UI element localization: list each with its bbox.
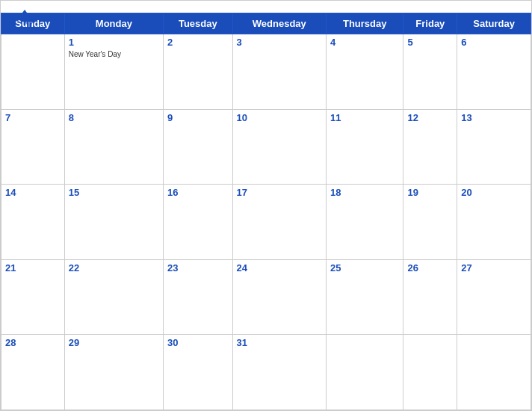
date-number: 31 — [237, 337, 322, 348]
week-row-2: 78910111213 — [1, 109, 531, 185]
date-number: 2 — [167, 37, 229, 48]
day-header-row: SundayMondayTuesdayWednesdayThursdayFrid… — [1, 13, 531, 34]
calendar-cell: 14 — [1, 185, 65, 260]
day-header-tuesday: Tuesday — [164, 13, 233, 34]
calendar-cell: 16 — [164, 185, 233, 260]
calendar-cell: 11 — [327, 109, 403, 185]
calendar-cell: 10 — [232, 109, 326, 185]
calendar-cell: 13 — [457, 109, 531, 185]
date-number: 1 — [69, 37, 159, 48]
date-number: 27 — [461, 262, 527, 274]
date-number: 28 — [5, 337, 61, 348]
date-number: 23 — [167, 262, 229, 274]
calendar-cell: 23 — [164, 259, 233, 335]
calendar-cell: 22 — [64, 259, 163, 335]
date-number: 10 — [237, 112, 322, 123]
calendar-table: SundayMondayTuesdayWednesdayThursdayFrid… — [1, 13, 531, 410]
date-number: 26 — [407, 262, 453, 274]
calendar-cell: 19 — [403, 185, 457, 260]
calendar-cell: 17 — [232, 185, 326, 260]
calendar-cell — [327, 335, 403, 410]
date-number: 19 — [407, 187, 453, 198]
date-number: 8 — [69, 112, 159, 123]
week-row-4: 21222324252627 — [1, 259, 531, 335]
date-number: 30 — [167, 337, 229, 348]
calendar-cell: 1New Year's Day — [64, 34, 163, 110]
calendar-cell: 12 — [403, 109, 457, 185]
calendar-cell: 6 — [457, 34, 531, 110]
calendar-cell: 20 — [457, 185, 531, 260]
date-number: 12 — [407, 112, 453, 123]
date-number: 22 — [69, 262, 159, 274]
calendar-cell: 24 — [232, 259, 326, 335]
date-number: 24 — [237, 262, 322, 274]
week-row-1: 1New Year's Day23456 — [1, 34, 531, 110]
calendar-cell — [1, 34, 65, 110]
date-number: 18 — [330, 187, 399, 198]
calendar-header — [1, 1, 531, 13]
date-number: 9 — [167, 112, 229, 123]
date-number: 13 — [461, 112, 527, 123]
calendar-cell: 5 — [403, 34, 457, 110]
calendar-cell: 26 — [403, 259, 457, 335]
date-number: 7 — [5, 112, 61, 123]
calendar-cell: 18 — [327, 185, 403, 260]
day-header-wednesday: Wednesday — [232, 13, 326, 34]
calendar-cell: 21 — [1, 259, 65, 335]
date-number: 16 — [167, 187, 229, 198]
calendar-cell: 15 — [64, 185, 163, 260]
date-number: 20 — [461, 187, 527, 198]
calendar-cell: 27 — [457, 259, 531, 335]
date-number: 11 — [330, 112, 399, 123]
week-row-3: 14151617181920 — [1, 185, 531, 260]
date-number: 25 — [330, 262, 399, 274]
calendar-cell: 29 — [64, 335, 163, 410]
date-number: 4 — [330, 37, 399, 48]
calendar-cell: 3 — [232, 34, 326, 110]
date-number: 5 — [407, 37, 453, 48]
calendar-cell — [457, 335, 531, 410]
calendar-cell: 31 — [232, 335, 326, 410]
date-number: 21 — [5, 262, 61, 274]
calendar-cell: 30 — [164, 335, 233, 410]
day-header-friday: Friday — [403, 13, 457, 34]
day-header-monday: Monday — [64, 13, 163, 34]
date-number: 6 — [461, 37, 527, 48]
calendar-cell: 2 — [164, 34, 233, 110]
calendar-cell: 8 — [64, 109, 163, 185]
date-number: 15 — [69, 187, 159, 198]
week-row-5: 28293031 — [1, 335, 531, 410]
calendar-body: 1New Year's Day2345678910111213141516171… — [1, 34, 531, 410]
date-number: 3 — [237, 37, 322, 48]
logo — [13, 7, 40, 34]
holiday-label: New Year's Day — [69, 49, 159, 59]
logo-icon — [13, 7, 37, 31]
day-header-saturday: Saturday — [457, 13, 531, 34]
day-header-thursday: Thursday — [327, 13, 403, 34]
date-number: 29 — [69, 337, 159, 348]
calendar-cell: 4 — [327, 34, 403, 110]
calendar-cell — [403, 335, 457, 410]
calendar-cell: 9 — [164, 109, 233, 185]
calendar-wrapper: SundayMondayTuesdayWednesdayThursdayFrid… — [0, 0, 532, 411]
calendar-cell: 25 — [327, 259, 403, 335]
date-number: 17 — [237, 187, 322, 198]
date-number: 14 — [5, 187, 61, 198]
calendar-cell: 28 — [1, 335, 65, 410]
calendar-cell: 7 — [1, 109, 65, 185]
